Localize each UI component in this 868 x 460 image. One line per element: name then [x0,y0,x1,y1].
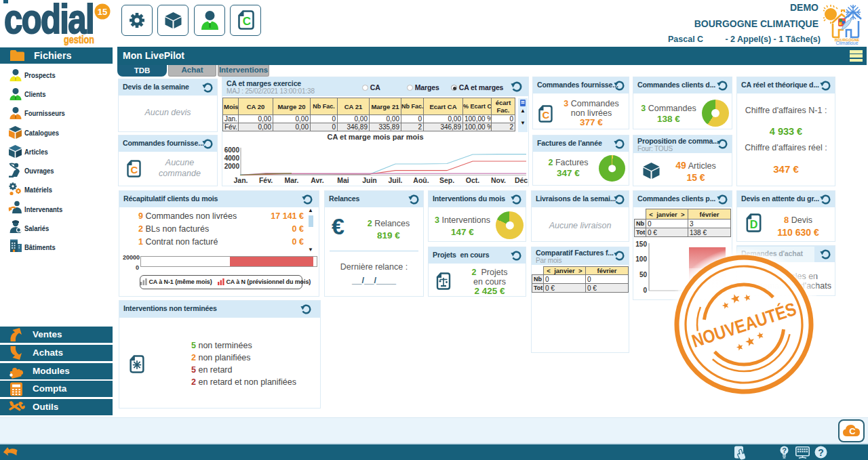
svg-text:50: 50 [639,271,648,278]
svg-text:Avr.: Avr. [311,176,324,184]
svg-text:Climatique: Climatique [835,41,858,45]
svg-text:NOUVEAUTÉS: NOUVEAUTÉS [689,298,799,352]
svg-text:Fév.: Fév. [259,176,273,184]
svg-text:Jan.: Jan. [233,176,248,184]
svg-text:Juil.: Juil. [388,176,402,184]
svg-text:Juin: Juin [362,176,377,184]
svg-text:?: ? [782,446,787,455]
svg-text:Aoû.: Aoû. [413,176,429,184]
svg-text:15: 15 [98,7,107,17]
svg-text:C: C [849,426,856,436]
svg-text:gestion: gestion [64,33,94,46]
svg-text:Mar.: Mar. [284,176,298,184]
svg-text:2000: 2000 [224,163,240,170]
svg-text:Déc.: Déc. [515,176,528,184]
svg-text:C: C [243,15,251,28]
svg-text:?: ? [818,447,824,458]
svg-text:Nov.: Nov. [491,176,506,184]
svg-text:6000: 6000 [224,146,240,154]
svg-text:4000: 4000 [224,154,240,162]
svg-text:C: C [542,109,550,121]
svg-text:Mai: Mai [337,176,349,184]
svg-text:150: 150 [635,241,647,248]
svg-text:Sep.: Sep. [439,176,454,184]
svg-text:100: 100 [635,255,647,263]
svg-text:Oct.: Oct. [466,176,480,184]
svg-text:C: C [131,164,138,175]
